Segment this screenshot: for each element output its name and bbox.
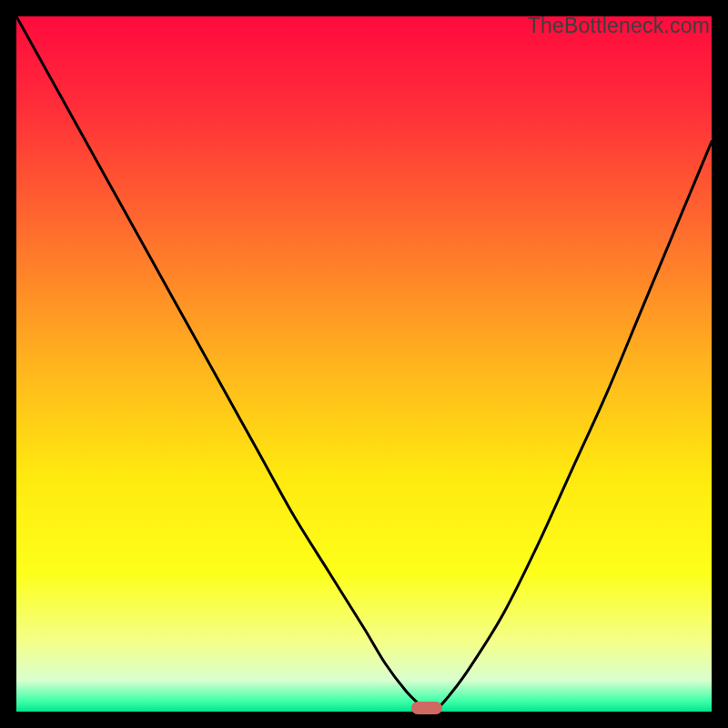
watermark-text: TheBottleneck.com — [528, 14, 710, 38]
chart-frame: TheBottleneck.com — [16, 16, 712, 712]
bottleneck-curve — [16, 16, 712, 712]
optimal-point-marker — [411, 702, 442, 714]
plot-area: TheBottleneck.com — [16, 16, 712, 712]
